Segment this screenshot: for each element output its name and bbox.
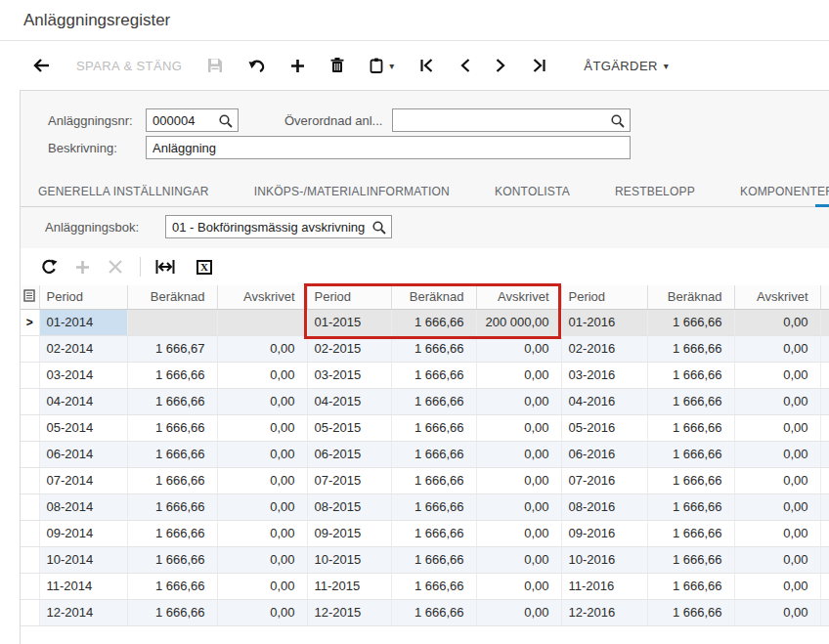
period-cell[interactable]: 03-2014: [39, 362, 127, 388]
period-cell[interactable]: 02-2015: [307, 335, 391, 362]
amount-cell[interactable]: 0,00: [217, 414, 307, 441]
previous-record-button[interactable]: [459, 49, 470, 82]
period-cell[interactable]: 04-2015: [307, 388, 391, 414]
amount-cell[interactable]: 1 666,66: [391, 414, 476, 441]
period-cell[interactable]: 12-2014: [39, 599, 127, 625]
amount-cell[interactable]: 0,00: [476, 414, 561, 441]
amount-cell[interactable]: [127, 309, 217, 335]
amount-cell[interactable]: 0,00: [217, 520, 307, 546]
amount-cell[interactable]: 0,00: [476, 362, 561, 388]
amount-cell[interactable]: 1 666,66: [647, 441, 734, 467]
amount-cell[interactable]: 0,00: [734, 362, 820, 388]
tab-2[interactable]: KONTOLISTA: [495, 185, 570, 198]
period-cell[interactable]: 01-2015: [307, 309, 391, 335]
search-icon[interactable]: [371, 220, 387, 236]
amount-cell[interactable]: 0,00: [734, 467, 820, 494]
period-cell[interactable]: 11-2016: [561, 573, 647, 599]
period-cell[interactable]: 10-2015: [307, 546, 391, 573]
amount-cell[interactable]: 0,00: [217, 388, 307, 414]
period-cell[interactable]: 08-2015: [307, 494, 391, 520]
amount-cell[interactable]: 1 666,66: [127, 546, 217, 573]
amount-cell[interactable]: 1 666,66: [127, 467, 217, 494]
amount-cell[interactable]: 1 666,66: [391, 388, 476, 414]
export-excel-button[interactable]: X: [188, 254, 221, 279]
period-cell[interactable]: 06-2015: [307, 441, 391, 467]
period-cell[interactable]: 08-2014: [39, 494, 127, 520]
amount-cell[interactable]: 0,00: [734, 388, 820, 414]
amount-cell[interactable]: 0,00: [734, 573, 820, 599]
col-header-period-2[interactable]: Period: [561, 285, 647, 309]
row-indicator[interactable]: [21, 335, 39, 362]
fit-width-button[interactable]: [149, 254, 182, 279]
asset-book-input[interactable]: [172, 216, 368, 237]
period-cell[interactable]: 06-2014: [39, 441, 127, 467]
amount-cell[interactable]: 0,00: [217, 599, 307, 625]
period-cell[interactable]: 07-2015: [307, 467, 391, 494]
amount-cell[interactable]: 200 000,00: [476, 309, 561, 335]
period-cell[interactable]: 01-2016: [561, 309, 647, 335]
table-row[interactable]: 05-20141 666,660,0005-20151 666,660,0005…: [21, 414, 829, 441]
amount-cell[interactable]: 1 666,66: [647, 599, 734, 625]
row-indicator[interactable]: [21, 546, 39, 573]
period-cell[interactable]: 11-2014: [39, 573, 127, 599]
col-header-ber-knad-0[interactable]: Beräknad: [127, 285, 217, 309]
amount-cell[interactable]: 0,00: [476, 467, 561, 494]
undo-button[interactable]: [248, 49, 265, 82]
back-button[interactable]: [33, 49, 51, 82]
amount-cell[interactable]: 0,00: [476, 546, 561, 573]
search-icon[interactable]: [610, 113, 626, 129]
row-indicator[interactable]: [21, 599, 39, 625]
amount-cell[interactable]: 0,00: [217, 362, 307, 388]
grid-delete-row-button[interactable]: [99, 254, 132, 279]
actions-button[interactable]: ÅTGÄRDER ▾: [584, 49, 668, 82]
period-cell[interactable]: 02-2016: [561, 335, 647, 362]
period-cell[interactable]: 07-2014: [39, 467, 127, 494]
tab-0[interactable]: GENERELLA INSTÄLLNINGAR: [38, 185, 209, 198]
amount-cell[interactable]: 0,00: [217, 494, 307, 520]
row-indicator[interactable]: [21, 573, 39, 599]
amount-cell[interactable]: 0,00: [217, 441, 307, 467]
table-row[interactable]: 08-20141 666,660,0008-20151 666,660,0008…: [21, 494, 829, 520]
amount-cell[interactable]: 1 666,66: [127, 573, 217, 599]
amount-cell[interactable]: 0,00: [734, 441, 820, 467]
next-record-button[interactable]: [496, 49, 506, 82]
period-cell[interactable]: 11-2015: [307, 573, 391, 599]
amount-cell[interactable]: 1 666,66: [647, 388, 734, 414]
amount-cell[interactable]: 1 666,66: [647, 309, 734, 335]
col-header-period-1[interactable]: Period: [307, 285, 391, 309]
notes-column-header[interactable]: [21, 285, 39, 309]
period-cell[interactable]: 05-2014: [39, 414, 127, 441]
amount-cell[interactable]: 0,00: [217, 467, 307, 494]
table-row[interactable]: 11-20141 666,660,0011-20151 666,660,0011…: [21, 573, 829, 599]
col-header-period-0[interactable]: Period: [39, 285, 127, 309]
col-header-avskrivet-2[interactable]: Avskrivet: [734, 285, 820, 309]
amount-cell[interactable]: 0,00: [734, 309, 820, 335]
refresh-button[interactable]: [32, 254, 65, 279]
amount-cell[interactable]: 1 666,66: [647, 335, 734, 362]
amount-cell[interactable]: 0,00: [217, 546, 307, 573]
period-cell[interactable]: 04-2014: [39, 388, 127, 414]
save-close-button[interactable]: SPARA & STÄNG: [76, 49, 182, 82]
amount-cell[interactable]: 0,00: [476, 494, 561, 520]
amount-cell[interactable]: 1 666,66: [391, 599, 476, 625]
period-cell[interactable]: 05-2016: [561, 414, 647, 441]
amount-cell[interactable]: 0,00: [476, 599, 561, 625]
row-indicator[interactable]: [21, 520, 39, 546]
period-cell[interactable]: 12-2015: [307, 599, 391, 625]
period-cell[interactable]: 09-2016: [561, 520, 647, 546]
col-header-ber-knad-2[interactable]: Beräknad: [647, 285, 734, 309]
period-cell[interactable]: 09-2015: [307, 520, 391, 546]
amount-cell[interactable]: 1 666,66: [127, 441, 217, 467]
table-row[interactable]: 02-20141 666,670,0002-20151 666,660,0002…: [21, 335, 829, 362]
asset-nr-input[interactable]: [153, 109, 214, 131]
last-record-button[interactable]: [532, 49, 546, 82]
amount-cell[interactable]: 0,00: [734, 546, 820, 573]
table-row[interactable]: 10-20141 666,660,0010-20151 666,660,0010…: [21, 546, 829, 573]
amount-cell[interactable]: 1 666,66: [647, 520, 734, 546]
period-cell[interactable]: 02-2014: [39, 335, 127, 362]
period-cell[interactable]: 06-2016: [561, 441, 647, 467]
table-row[interactable]: 06-20141 666,660,0006-20151 666,660,0006…: [21, 441, 829, 467]
period-cell[interactable]: 10-2016: [561, 546, 647, 573]
col-header-avskrivet-0[interactable]: Avskrivet: [217, 285, 307, 309]
amount-cell[interactable]: 1 666,66: [391, 309, 476, 335]
